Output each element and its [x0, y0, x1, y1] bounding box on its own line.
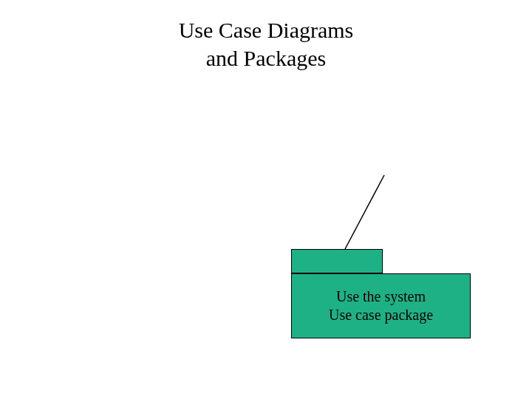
package-tab — [291, 249, 383, 273]
title-line-2: and Packages — [206, 46, 326, 70]
connector-line — [345, 175, 384, 249]
slide-title: Use Case Diagrams and Packages — [0, 16, 532, 72]
package-label-line-2: Use case package — [329, 306, 433, 324]
package-label-line-1: Use the system — [336, 287, 426, 306]
package-body: Use the system Use case package — [291, 273, 471, 338]
title-line-1: Use Case Diagrams — [179, 18, 354, 42]
